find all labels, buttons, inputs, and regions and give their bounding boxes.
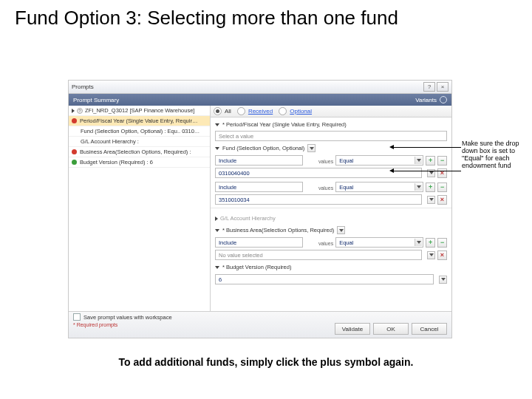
gear-icon[interactable] (440, 96, 447, 103)
bv-value[interactable]: 6 (215, 274, 434, 284)
ba-label: * Business Area(Selection Options, Requi… (222, 227, 334, 233)
summary-label: Prompt Summary (73, 97, 119, 103)
list-item[interactable]: Fund (Selection Option, Optional) : Equ.… (69, 126, 210, 137)
radio-all[interactable] (214, 107, 222, 115)
summary-bar: Prompt Summary Variants (69, 94, 451, 106)
list-item[interactable]: Budget Version (Required) : 6 (69, 157, 210, 168)
variants-label: Variants (415, 97, 437, 103)
close-icon[interactable]: × (437, 82, 449, 92)
prompt-list: ?ZFI_NRD_Q3012 [SAP Finance Warehouse] P… (69, 106, 211, 311)
fund-operator-0[interactable]: Equal (335, 155, 423, 166)
prompts-window: Prompts ? × Prompt Summary Variants ?ZFI… (68, 80, 452, 338)
fund-value-1[interactable]: 3510010034 (215, 194, 422, 205)
ba-options-icon[interactable] (337, 226, 345, 234)
values-label: values (318, 241, 333, 246)
window-title: Prompts (72, 83, 94, 90)
titlebar: Prompts ? × (69, 81, 451, 94)
cancel-button[interactable]: Cancel (412, 323, 447, 335)
arrow-line (392, 171, 461, 171)
chevron-down-icon[interactable] (427, 251, 435, 259)
list-item[interactable]: Period/Fiscal Year (Single Value Entry, … (69, 116, 210, 126)
chevron-down-icon[interactable] (427, 196, 435, 204)
save-label: Save prompt values with workspace (83, 314, 172, 321)
help-icon[interactable]: ? (423, 82, 435, 92)
list-item[interactable]: ?ZFI_NRD_Q3012 [SAP Finance Warehouse] (69, 106, 210, 116)
save-checkbox[interactable] (73, 313, 81, 321)
slide-caption: To add additional funds, simply click th… (0, 356, 532, 368)
tab-received[interactable]: Received (248, 108, 273, 115)
bv-label: * Budget Version (Required) (222, 264, 291, 270)
validate-button[interactable]: Validate (335, 323, 370, 335)
list-item[interactable]: Business Area(Selection Options, Require… (69, 147, 210, 157)
ba-include[interactable]: Include (215, 237, 303, 248)
ba-operator[interactable]: Equal (335, 237, 423, 248)
gl-label[interactable]: G/L Account Hierarchy (220, 215, 276, 222)
minus-icon[interactable]: − (437, 238, 447, 248)
plus-icon[interactable]: + (426, 156, 435, 166)
clear-icon[interactable]: × (437, 168, 447, 178)
chevron-down-icon[interactable] (439, 276, 447, 284)
filter-tabs: All Received Optional (211, 106, 451, 117)
arrow-line (392, 147, 461, 148)
ok-button[interactable]: OK (373, 323, 409, 335)
values-label: values (318, 185, 333, 191)
clear-icon[interactable]: × (437, 250, 447, 260)
tab-all[interactable]: All (225, 108, 231, 115)
minus-icon[interactable]: − (437, 156, 447, 166)
list-item[interactable]: G/L Account Hierarchy : (69, 137, 210, 147)
fund-options-icon[interactable] (307, 144, 316, 152)
fund-include-1[interactable]: Include (215, 182, 303, 192)
plus-icon[interactable]: + (426, 238, 435, 248)
fiscal-input[interactable]: Select a value (215, 131, 447, 141)
prompt-detail: All Received Optional * Period/Fiscal Ye… (211, 106, 451, 311)
fund-operator-1[interactable]: Equal (335, 182, 423, 192)
plus-icon[interactable]: + (426, 183, 435, 192)
minus-icon[interactable]: − (437, 183, 447, 192)
tab-optional[interactable]: Optional (290, 108, 312, 115)
annotation-text: Make sure the drop down box is set to "E… (462, 140, 519, 170)
radio-received[interactable] (237, 107, 245, 115)
fund-include-0[interactable]: Include (215, 155, 303, 166)
fiscal-label: * Period/Fiscal Year (Single Value Entry… (222, 121, 347, 128)
footer: Save prompt values with workspace * Requ… (69, 311, 451, 338)
radio-optional[interactable] (279, 107, 287, 115)
values-label: values (318, 159, 333, 164)
fund-label: Fund (Selection Option, Optional) (222, 145, 304, 151)
slide-title: Fund Option 3: Selecting more than one f… (0, 0, 532, 34)
clear-icon[interactable]: × (437, 195, 447, 205)
ba-value[interactable]: No value selected (215, 250, 422, 260)
